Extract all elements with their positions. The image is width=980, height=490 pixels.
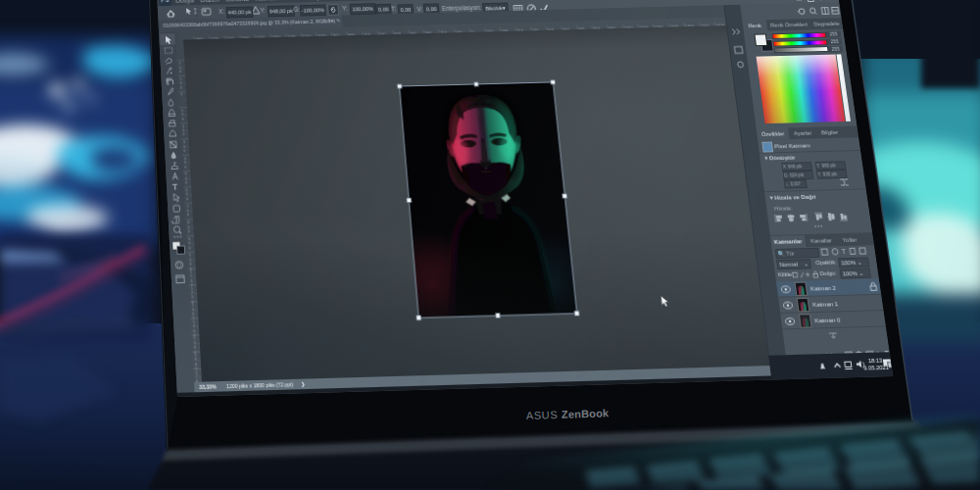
svg-text:0: 0	[187, 212, 190, 217]
svg-text:0: 0	[184, 164, 187, 169]
svg-text:0: 0	[185, 179, 188, 184]
svg-text:0: 0	[183, 148, 186, 153]
svg-text:0: 0	[188, 245, 191, 250]
svg-text:0: 0	[180, 84, 183, 89]
svg-text:0: 0	[182, 132, 185, 137]
svg-text:0: 0	[179, 69, 182, 74]
svg-text:0: 0	[180, 92, 183, 97]
svg-text:0: 0	[181, 116, 184, 121]
svg-text:T: T	[841, 248, 846, 256]
svg-text:0: 0	[186, 196, 189, 201]
svg-text:T: T	[172, 182, 179, 193]
svg-text:0: 0	[187, 228, 190, 233]
